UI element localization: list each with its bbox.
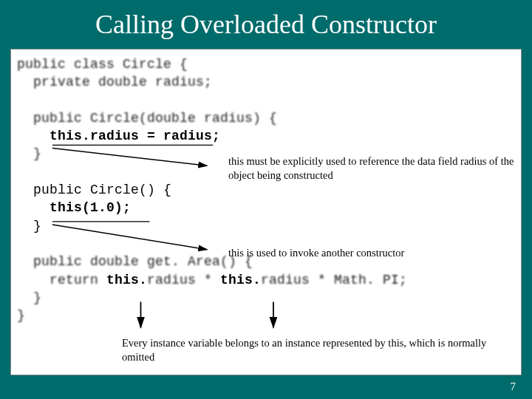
code-block: public class Circle { private double rad… [11,50,521,324]
code-line: public Circle() { [17,183,171,197]
annotation: this is used to invoke another construct… [228,246,509,260]
content-box: public class Circle { private double rad… [10,49,522,375]
code-line: } [17,308,25,323]
code-line: this.radius = radius; [17,129,220,143]
this-call: this(1. [50,200,106,215]
code-line: private double radius; [17,75,212,89]
this-keyword: this. [50,129,90,143]
code-line: public Circle(double radius) { [17,111,277,126]
code-line: public double get. Area() { [17,254,253,269]
code-line: } [17,290,41,305]
annotation: Every instance variable belongs to an in… [122,336,506,364]
code-line: public class Circle { [17,57,188,72]
page-number: 7 [511,381,516,393]
code-line: } [17,146,41,161]
page-title: Calling Overloaded Constructor [0,0,532,46]
code-line: } [17,219,41,233]
annotation: this must be explicitly used to referenc… [228,154,516,182]
this-keyword: this. [106,273,147,287]
code-line: return this.radius * this.radius * Math.… [17,273,407,287]
this-keyword: this. [220,273,261,287]
code-line: this(1.0); [17,200,131,215]
slide: Calling Overloaded Constructor public cl… [0,0,532,399]
